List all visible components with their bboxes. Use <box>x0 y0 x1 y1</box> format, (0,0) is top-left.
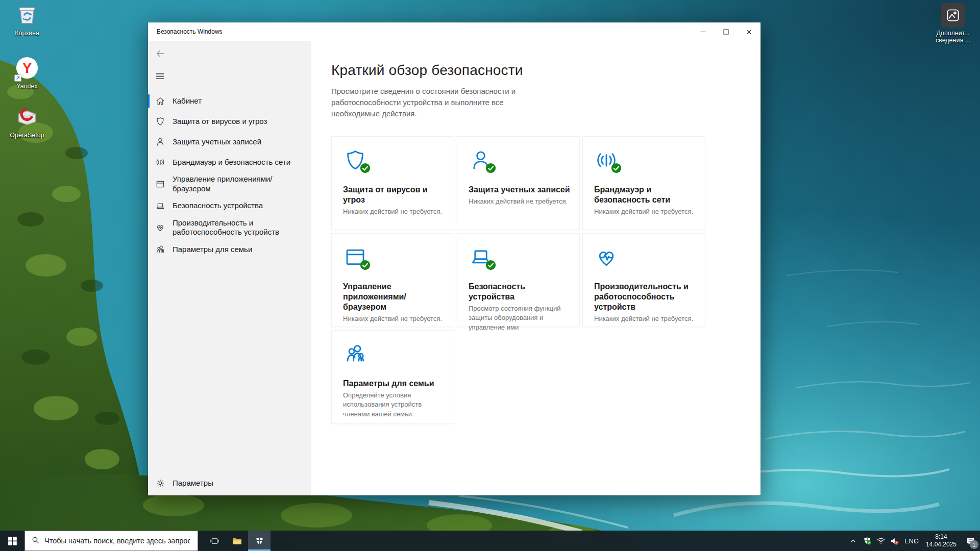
card-health[interactable]: Производительность и работоспособность у… <box>582 233 705 327</box>
shield-icon <box>155 116 165 127</box>
sidebar-item-label: Защита от вирусов и угроз <box>173 117 267 127</box>
sidebar-item-family[interactable]: Параметры для семьи <box>148 239 311 260</box>
card-description: Никаких действий не требуется. <box>594 207 698 216</box>
sidebar: Кабинет Защита от вирусов и угроз Защита… <box>148 41 311 495</box>
back-button[interactable] <box>148 44 172 63</box>
device-icon <box>469 245 493 269</box>
photo-icon <box>941 3 965 28</box>
file-explorer-button[interactable] <box>226 531 248 551</box>
tray-time: 8:14 <box>935 533 947 541</box>
sidebar-item-health[interactable]: Производительность и работоспособность у… <box>148 216 311 240</box>
apps-icon <box>343 245 368 269</box>
desktop-icon-label-line1: Дополнит... <box>931 30 975 37</box>
titlebar[interactable]: Безопасность Windows <box>148 22 761 41</box>
desktop-icon-recycle-bin[interactable]: Корзина <box>5 3 49 37</box>
windows-security-taskbar-button[interactable] <box>248 531 271 551</box>
yandex-icon: Y <box>15 56 39 81</box>
page-title: Краткий обзор безопасности <box>331 62 761 79</box>
recycle-bin-icon <box>15 3 39 28</box>
close-button[interactable] <box>738 22 761 41</box>
desktop-icon-label-line2: сведения ... <box>931 37 975 44</box>
svg-text:Y: Y <box>22 60 32 76</box>
desktop-icon-label: Корзина <box>5 30 49 37</box>
search-icon <box>31 536 40 546</box>
tray-security-icon[interactable] <box>860 531 874 551</box>
card-description: Никаких действий не требуется. <box>594 314 698 323</box>
tray-language-indicator[interactable]: ENG <box>901 531 922 551</box>
firewall-icon <box>594 148 619 172</box>
sidebar-item-home[interactable]: Кабинет <box>148 91 311 111</box>
card-title: Параметры для семьи <box>343 379 447 389</box>
sidebar-nav: Кабинет Защита от вирусов и угроз Защита… <box>148 91 311 260</box>
desktop-icon-opera-setup[interactable]: OperaSetup <box>5 105 49 139</box>
desktop-icon-label: OperaSetup <box>5 132 49 139</box>
sidebar-item-label: Защита учетных записей <box>173 137 261 147</box>
search-input[interactable] <box>44 537 190 545</box>
sidebar-item-label: Параметры <box>173 479 213 488</box>
apps-icon <box>155 179 165 189</box>
person-icon <box>155 137 165 147</box>
shortcut-arrow-icon <box>14 74 21 82</box>
sidebar-item-label: Управление приложениями/браузером <box>173 174 306 194</box>
card-title: Брандмауэр и безопасность сети <box>594 185 698 205</box>
sidebar-item-firewall[interactable]: Брандмауэр и безопасность сети <box>148 152 311 172</box>
tray-clock[interactable]: 8:14 14.04.2025 <box>922 531 961 551</box>
card-account[interactable]: Защита учетных записей Никаких действий … <box>457 136 580 230</box>
action-center-button[interactable]: 1 <box>961 531 980 551</box>
desktop-icon-additional-info[interactable]: Дополнит... сведения ... <box>931 3 975 44</box>
card-description: Никаких действий не требуется. <box>343 314 447 323</box>
tray-wifi-icon[interactable] <box>874 531 888 551</box>
windows-security-window: Безопасность Windows <box>148 22 761 495</box>
card-virus[interactable]: Защита от вирусов и угроз Никаких действ… <box>331 136 454 230</box>
desktop: Корзина Y Yandex OperaSet <box>0 0 980 551</box>
page-subtitle: Просмотрите сведения о состоянии безопас… <box>331 86 545 119</box>
main-content: Краткий обзор безопасности Просмотрите с… <box>311 41 761 495</box>
sidebar-item-apps[interactable]: Управление приложениями/браузером <box>148 172 311 196</box>
sidebar-item-label: Безопасность устройства <box>173 201 263 211</box>
minimize-button[interactable] <box>692 22 715 41</box>
desktop-icon-yandex[interactable]: Y Yandex <box>5 56 49 90</box>
health-icon <box>155 222 165 233</box>
family-icon <box>155 244 165 255</box>
card-description: Просмотр состояния функций защиты оборуд… <box>469 304 572 332</box>
card-title: Управление приложениями/браузером <box>343 282 447 312</box>
system-tray: ENG 8:14 14.04.2025 1 <box>846 531 980 551</box>
tray-volume-muted-icon[interactable] <box>888 531 901 551</box>
card-device[interactable]: Безопасность устройства Просмотр состоян… <box>457 233 580 327</box>
gear-icon <box>155 478 165 488</box>
tray-chevron-icon[interactable] <box>846 531 860 551</box>
card-family[interactable]: Параметры для семьи Определяйте условия … <box>331 330 454 424</box>
health-icon <box>594 245 619 269</box>
device-icon <box>155 201 165 211</box>
task-view-button[interactable] <box>203 531 226 551</box>
card-title: Безопасность устройства <box>469 282 572 302</box>
taskbar: ENG 8:14 14.04.2025 1 <box>0 531 980 551</box>
desktop-icon-label: Yandex <box>5 83 49 90</box>
firewall-icon <box>155 157 165 167</box>
sidebar-item-label: Кабинет <box>173 96 202 106</box>
menu-button[interactable] <box>148 66 172 86</box>
card-description: Определяйте условия использования устрой… <box>343 391 447 419</box>
taskbar-search[interactable] <box>24 531 198 551</box>
card-title: Защита от вирусов и угроз <box>343 185 447 205</box>
sidebar-item-virus[interactable]: Защита от вирусов и угроз <box>148 111 311 132</box>
sidebar-item-device[interactable]: Безопасность устройства <box>148 196 311 216</box>
card-firewall[interactable]: Брандмауэр и безопасность сети Никаких д… <box>582 136 705 230</box>
notification-badge: 1 <box>970 540 978 549</box>
card-description: Никаких действий не требуется. <box>469 197 572 206</box>
window-title: Безопасность Windows <box>157 28 692 35</box>
card-title: Производительность и работоспособность у… <box>594 282 698 312</box>
start-button[interactable] <box>0 531 24 551</box>
card-description: Никаких действий не требуется. <box>343 207 447 216</box>
security-cards-grid: Защита от вирусов и угроз Никаких действ… <box>331 136 705 424</box>
sidebar-item-account[interactable]: Защита учетных записей <box>148 132 311 152</box>
tray-date: 14.04.2025 <box>926 541 957 548</box>
card-title: Защита учетных записей <box>469 185 572 195</box>
sidebar-item-label: Производительность и работоспособность у… <box>173 218 306 238</box>
person-icon <box>469 148 493 172</box>
maximize-button[interactable] <box>715 22 738 41</box>
sidebar-item-label: Параметры для семьи <box>173 245 252 255</box>
card-apps[interactable]: Управление приложениями/браузером Никаки… <box>331 233 454 327</box>
sidebar-item-label: Брандмауэр и безопасность сети <box>173 158 290 167</box>
sidebar-item-settings[interactable]: Параметры <box>148 473 311 493</box>
